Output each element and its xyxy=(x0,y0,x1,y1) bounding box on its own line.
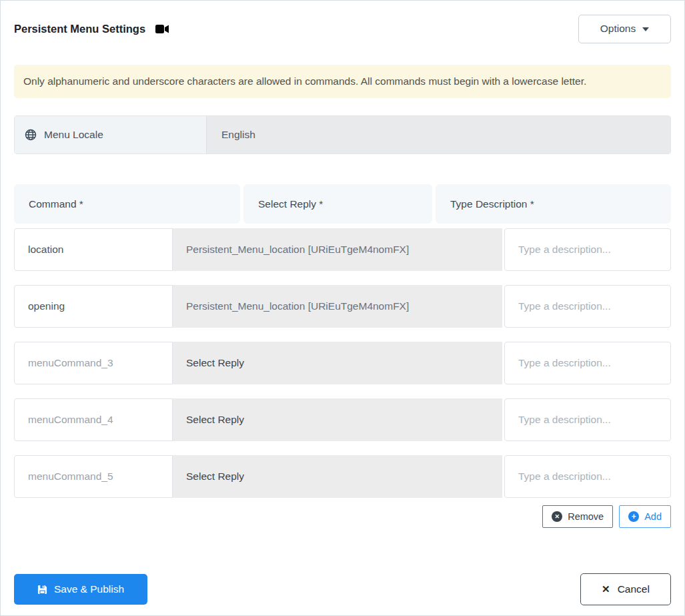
options-button[interactable]: Options xyxy=(578,15,671,43)
floppy-disk-icon xyxy=(37,585,47,595)
row-actions: ✕ Remove + Add xyxy=(14,505,671,528)
column-header-command: Command * xyxy=(14,184,240,224)
table-row: Persistent_Menu_location [URiEuTgeM4nomF… xyxy=(14,285,671,328)
options-button-label: Options xyxy=(600,23,636,35)
cancel-button[interactable]: ✕ Cancel xyxy=(580,573,671,605)
menu-locale-label: Menu Locale xyxy=(44,129,103,141)
x-icon: ✕ xyxy=(602,583,610,595)
menu-locale-row: Menu Locale English xyxy=(14,115,671,154)
add-button[interactable]: + Add xyxy=(619,505,671,528)
table-row: Select Reply xyxy=(14,342,671,384)
table-row: Select Reply xyxy=(14,455,671,498)
table-row: Persistent_Menu_location [URiEuTgeM4nomF… xyxy=(14,228,671,271)
table-header-row: Command * Select Reply * Type Descriptio… xyxy=(14,184,671,224)
select-reply-value: Select Reply xyxy=(186,357,244,369)
alert-text: Only alphanumeric and underscore charact… xyxy=(23,75,586,87)
select-reply-value: Persistent_Menu_location [URiEuTgeM4nomF… xyxy=(186,244,409,256)
menu-locale-value-text: English xyxy=(221,129,255,141)
globe-icon xyxy=(25,129,37,141)
command-input[interactable] xyxy=(14,342,173,384)
alert-warning: Only alphanumeric and underscore charact… xyxy=(14,65,671,98)
description-input[interactable] xyxy=(504,342,671,384)
page-title: Persistent Menu Settings xyxy=(14,23,145,35)
caret-down-icon xyxy=(642,27,649,31)
select-reply-dropdown[interactable]: Persistent_Menu_location [URiEuTgeM4nomF… xyxy=(173,228,502,271)
command-input[interactable] xyxy=(14,285,173,328)
plus-circle-icon: + xyxy=(628,511,639,522)
description-input[interactable] xyxy=(504,398,671,441)
command-input[interactable] xyxy=(14,455,173,498)
menu-locale-value[interactable]: English xyxy=(207,116,670,153)
select-reply-value: Select Reply xyxy=(186,414,244,426)
description-input[interactable] xyxy=(504,228,671,271)
select-reply-dropdown[interactable]: Persistent_Menu_location [URiEuTgeM4nomF… xyxy=(173,285,502,328)
table-row: Select Reply xyxy=(14,398,671,441)
select-reply-dropdown[interactable]: Select Reply xyxy=(173,342,502,384)
topbar: Persistent Menu Settings Options xyxy=(14,14,671,43)
select-reply-value: Select Reply xyxy=(186,471,244,483)
select-reply-value: Persistent_Menu_location [URiEuTgeM4nomF… xyxy=(186,300,409,312)
column-header-type-description: Type Description * xyxy=(436,184,671,224)
description-input[interactable] xyxy=(504,285,671,328)
cancel-button-label: Cancel xyxy=(618,583,650,595)
footer: Save & Publish ✕ Cancel xyxy=(14,573,671,605)
description-input[interactable] xyxy=(504,455,671,498)
select-reply-dropdown[interactable]: Select Reply xyxy=(173,398,502,441)
video-camera-icon xyxy=(155,24,169,34)
select-reply-dropdown[interactable]: Select Reply xyxy=(173,455,502,498)
command-input[interactable] xyxy=(14,228,173,271)
x-circle-icon: ✕ xyxy=(552,511,562,522)
menu-locale-label-cell: Menu Locale xyxy=(15,116,207,153)
save-publish-button-label: Save & Publish xyxy=(54,583,124,595)
add-button-label: Add xyxy=(644,511,662,522)
save-publish-button[interactable]: Save & Publish xyxy=(14,574,147,605)
persistent-menu-settings-panel: Persistent Menu Settings Options Only al… xyxy=(0,0,685,616)
remove-button-label: Remove xyxy=(568,511,604,522)
column-header-select-reply: Select Reply * xyxy=(243,184,432,224)
remove-button[interactable]: ✕ Remove xyxy=(542,505,613,528)
command-input[interactable] xyxy=(14,398,173,441)
